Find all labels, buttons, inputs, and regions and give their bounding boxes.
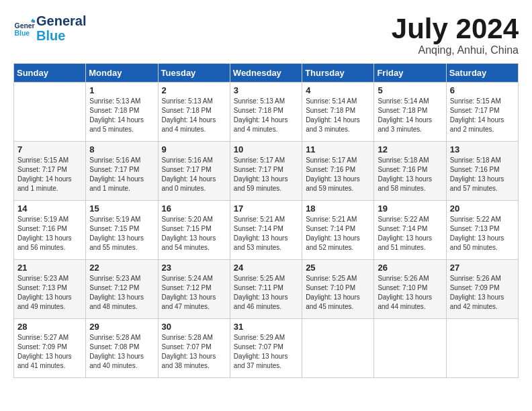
day-detail: Sunrise: 5:25 AM Sunset: 7:10 PM Dayligh… [306, 274, 370, 312]
day-number: 12 [378, 144, 442, 154]
day-number: 22 [89, 263, 154, 273]
day-number: 24 [234, 263, 298, 273]
calendar-cell: 28Sunrise: 5:27 AM Sunset: 7:09 PM Dayli… [14, 319, 86, 378]
calendar-cell: 24Sunrise: 5:25 AM Sunset: 7:11 PM Dayli… [230, 260, 302, 319]
logo: General Blue General Blue [13, 13, 86, 43]
weekday-saturday: Saturday [446, 64, 518, 83]
day-detail: Sunrise: 5:13 AM Sunset: 7:18 PM Dayligh… [162, 97, 226, 134]
calendar-cell [374, 319, 446, 378]
month-title: July 2024 [392, 13, 519, 44]
day-detail: Sunrise: 5:21 AM Sunset: 7:14 PM Dayligh… [234, 215, 298, 253]
logo-general: General [36, 13, 86, 28]
day-detail: Sunrise: 5:23 AM Sunset: 7:12 PM Dayligh… [89, 274, 154, 312]
day-detail: Sunrise: 5:23 AM Sunset: 7:13 PM Dayligh… [17, 274, 82, 312]
day-detail: Sunrise: 5:19 AM Sunset: 7:16 PM Dayligh… [17, 215, 82, 253]
day-number: 17 [234, 203, 298, 214]
day-number: 9 [162, 144, 226, 154]
calendar-cell: 21Sunrise: 5:23 AM Sunset: 7:13 PM Dayli… [14, 260, 86, 319]
weekday-monday: Monday [86, 64, 158, 83]
calendar-cell: 19Sunrise: 5:22 AM Sunset: 7:14 PM Dayli… [374, 201, 446, 260]
calendar-cell: 3Sunrise: 5:13 AM Sunset: 7:18 PM Daylig… [230, 83, 302, 142]
day-number: 19 [378, 203, 442, 214]
calendar-cell [14, 83, 86, 142]
day-number: 31 [234, 322, 298, 332]
day-number: 6 [450, 85, 515, 95]
calendar-cell: 22Sunrise: 5:23 AM Sunset: 7:12 PM Dayli… [86, 260, 158, 319]
calendar-cell: 31Sunrise: 5:29 AM Sunset: 7:07 PM Dayli… [230, 319, 302, 378]
weekday-wednesday: Wednesday [230, 64, 302, 83]
day-number: 21 [17, 263, 82, 273]
day-detail: Sunrise: 5:29 AM Sunset: 7:07 PM Dayligh… [234, 333, 298, 371]
day-detail: Sunrise: 5:17 AM Sunset: 7:17 PM Dayligh… [234, 156, 298, 193]
day-number: 25 [306, 263, 370, 273]
calendar-cell: 11Sunrise: 5:17 AM Sunset: 7:16 PM Dayli… [302, 142, 374, 201]
calendar-week-3: 14Sunrise: 5:19 AM Sunset: 7:16 PM Dayli… [14, 201, 519, 260]
calendar-cell: 15Sunrise: 5:19 AM Sunset: 7:15 PM Dayli… [86, 201, 158, 260]
day-number: 4 [306, 85, 370, 95]
calendar-cell: 8Sunrise: 5:16 AM Sunset: 7:17 PM Daylig… [86, 142, 158, 201]
calendar-week-1: 1Sunrise: 5:13 AM Sunset: 7:18 PM Daylig… [14, 83, 519, 142]
day-number: 7 [17, 144, 82, 154]
title-block: July 2024 Anqing, Anhui, China [392, 13, 519, 56]
calendar-cell: 26Sunrise: 5:26 AM Sunset: 7:10 PM Dayli… [374, 260, 446, 319]
page-header: General Blue General Blue July 2024 Anqi… [13, 13, 519, 56]
day-detail: Sunrise: 5:18 AM Sunset: 7:16 PM Dayligh… [378, 156, 442, 193]
calendar-cell: 7Sunrise: 5:15 AM Sunset: 7:17 PM Daylig… [14, 142, 86, 201]
weekday-tuesday: Tuesday [158, 64, 230, 83]
day-number: 29 [89, 322, 154, 332]
calendar-cell: 20Sunrise: 5:22 AM Sunset: 7:13 PM Dayli… [446, 201, 518, 260]
day-number: 10 [234, 144, 298, 154]
calendar-cell: 4Sunrise: 5:14 AM Sunset: 7:18 PM Daylig… [302, 83, 374, 142]
calendar-cell: 12Sunrise: 5:18 AM Sunset: 7:16 PM Dayli… [374, 142, 446, 201]
calendar-cell: 1Sunrise: 5:13 AM Sunset: 7:18 PM Daylig… [86, 83, 158, 142]
day-detail: Sunrise: 5:17 AM Sunset: 7:16 PM Dayligh… [306, 156, 370, 193]
logo-icon: General Blue [13, 17, 35, 39]
weekday-thursday: Thursday [302, 64, 374, 83]
day-detail: Sunrise: 5:21 AM Sunset: 7:14 PM Dayligh… [306, 215, 370, 253]
calendar-cell: 29Sunrise: 5:28 AM Sunset: 7:08 PM Dayli… [86, 319, 158, 378]
weekday-sunday: Sunday [14, 64, 86, 83]
day-detail: Sunrise: 5:27 AM Sunset: 7:09 PM Dayligh… [17, 333, 82, 371]
calendar-cell: 13Sunrise: 5:18 AM Sunset: 7:16 PM Dayli… [446, 142, 518, 201]
day-detail: Sunrise: 5:26 AM Sunset: 7:10 PM Dayligh… [378, 274, 442, 312]
calendar-cell: 16Sunrise: 5:20 AM Sunset: 7:15 PM Dayli… [158, 201, 230, 260]
day-number: 3 [234, 85, 298, 95]
day-detail: Sunrise: 5:18 AM Sunset: 7:16 PM Dayligh… [450, 156, 515, 193]
day-detail: Sunrise: 5:14 AM Sunset: 7:18 PM Dayligh… [378, 97, 442, 134]
calendar-cell: 25Sunrise: 5:25 AM Sunset: 7:10 PM Dayli… [302, 260, 374, 319]
svg-text:General: General [15, 22, 35, 30]
day-number: 14 [17, 203, 82, 214]
calendar-cell: 5Sunrise: 5:14 AM Sunset: 7:18 PM Daylig… [374, 83, 446, 142]
calendar-body: 1Sunrise: 5:13 AM Sunset: 7:18 PM Daylig… [14, 83, 519, 378]
day-number: 27 [450, 263, 515, 273]
calendar-cell: 23Sunrise: 5:24 AM Sunset: 7:12 PM Dayli… [158, 260, 230, 319]
day-number: 18 [306, 203, 370, 214]
weekday-header-row: SundayMondayTuesdayWednesdayThursdayFrid… [14, 64, 519, 83]
day-number: 26 [378, 263, 442, 273]
calendar-cell: 30Sunrise: 5:28 AM Sunset: 7:07 PM Dayli… [158, 319, 230, 378]
day-number: 23 [162, 263, 226, 273]
day-number: 1 [89, 85, 154, 95]
calendar-week-2: 7Sunrise: 5:15 AM Sunset: 7:17 PM Daylig… [14, 142, 519, 201]
calendar-week-4: 21Sunrise: 5:23 AM Sunset: 7:13 PM Dayli… [14, 260, 519, 319]
calendar-cell [446, 319, 518, 378]
calendar-cell: 10Sunrise: 5:17 AM Sunset: 7:17 PM Dayli… [230, 142, 302, 201]
day-detail: Sunrise: 5:15 AM Sunset: 7:17 PM Dayligh… [17, 156, 82, 193]
day-detail: Sunrise: 5:15 AM Sunset: 7:17 PM Dayligh… [450, 97, 515, 134]
day-detail: Sunrise: 5:26 AM Sunset: 7:09 PM Dayligh… [450, 274, 515, 312]
calendar-cell [302, 319, 374, 378]
day-number: 2 [162, 85, 226, 95]
day-number: 11 [306, 144, 370, 154]
calendar-cell: 2Sunrise: 5:13 AM Sunset: 7:18 PM Daylig… [158, 83, 230, 142]
svg-text:Blue: Blue [15, 30, 30, 37]
weekday-friday: Friday [374, 64, 446, 83]
day-detail: Sunrise: 5:19 AM Sunset: 7:15 PM Dayligh… [89, 215, 154, 253]
calendar-cell: 17Sunrise: 5:21 AM Sunset: 7:14 PM Dayli… [230, 201, 302, 260]
day-detail: Sunrise: 5:22 AM Sunset: 7:13 PM Dayligh… [450, 215, 515, 253]
calendar-cell: 9Sunrise: 5:16 AM Sunset: 7:17 PM Daylig… [158, 142, 230, 201]
day-detail: Sunrise: 5:16 AM Sunset: 7:17 PM Dayligh… [89, 156, 154, 193]
location-subtitle: Anqing, Anhui, China [392, 44, 519, 56]
day-detail: Sunrise: 5:16 AM Sunset: 7:17 PM Dayligh… [162, 156, 226, 193]
day-detail: Sunrise: 5:13 AM Sunset: 7:18 PM Dayligh… [89, 97, 154, 134]
day-number: 16 [162, 203, 226, 214]
